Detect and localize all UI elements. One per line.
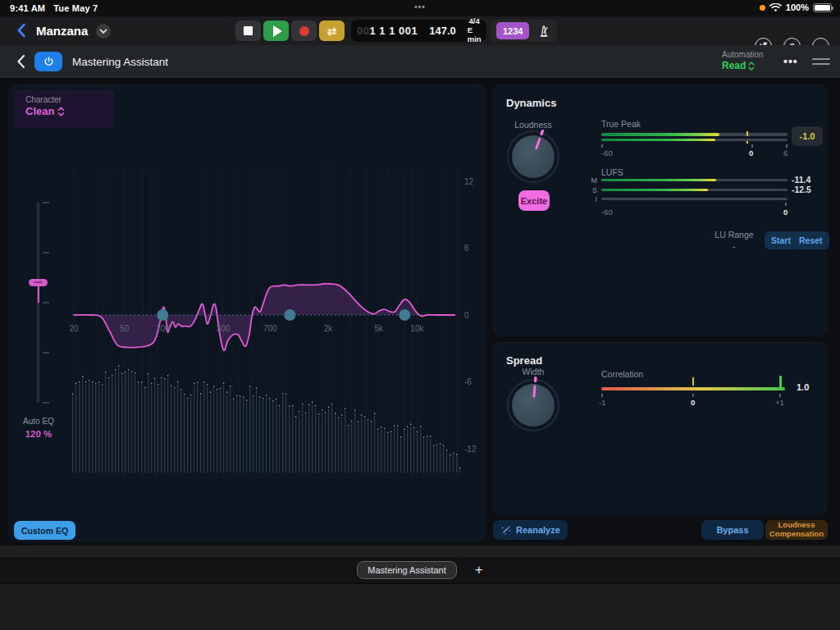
auto-eq-slider-track[interactable]: [37, 202, 39, 403]
lu-range-value: -: [701, 241, 767, 251]
character-label: Character: [25, 95, 115, 104]
lufs-s-value: -12.5: [792, 185, 811, 194]
stop-button[interactable]: [235, 21, 261, 41]
svg-text:700: 700: [263, 324, 277, 333]
svg-text:300: 300: [217, 324, 231, 333]
bypass-button[interactable]: Bypass: [701, 520, 764, 540]
spread-title: Spread: [506, 354, 542, 367]
lufs-scale-zero: 0: [783, 208, 788, 217]
custom-eq-button[interactable]: Custom EQ: [14, 521, 75, 540]
slider-tick: [43, 202, 49, 203]
automation-label: Automation: [722, 50, 764, 59]
chevron-down-icon: [99, 29, 107, 34]
plugin-tab-bar: Mastering Assistant +: [0, 557, 840, 583]
lu-range-reset-button[interactable]: Reset: [792, 231, 829, 249]
lu-range-readout: LU Range -: [701, 230, 767, 251]
automation-selector[interactable]: Automation Read: [722, 50, 764, 71]
power-icon: [43, 56, 55, 68]
lcd-display[interactable]: 001 1 1 001 147.0 4/4E min: [351, 20, 486, 42]
reanalyze-label: Reanalyze: [516, 525, 560, 535]
magic-wand-icon: [500, 524, 512, 536]
character-selector[interactable]: Character Clean: [14, 89, 115, 128]
plugin-title: Mastering Assistant: [72, 56, 168, 68]
lufs-i-label: I: [587, 195, 597, 203]
location-indicator-icon: [760, 5, 765, 11]
plugin-header: Mastering Assistant Automation Read •••: [0, 45, 840, 78]
plugin-back-chevron-icon[interactable]: [13, 52, 30, 71]
tempo-display: 147.0: [423, 20, 462, 42]
loudness-knob[interactable]: [503, 126, 564, 187]
plugin-more-button[interactable]: •••: [783, 55, 798, 68]
automation-value: Read: [722, 60, 746, 71]
svg-text:100: 100: [156, 324, 170, 333]
main-toolbar: Manzana ⇄ 001 1 1 001 147.0 4/4E min 123…: [0, 16, 840, 45]
lufs-m-label: M: [587, 176, 597, 185]
multitask-dots: •••: [0, 2, 840, 11]
slider-tick: [43, 402, 49, 404]
project-menu-button[interactable]: [96, 24, 111, 39]
slider-tick: [43, 252, 49, 253]
playhead-position: 001 1 1 001: [351, 20, 423, 42]
bottom-toolbar: ♪: [0, 583, 840, 630]
battery-percent: 100%: [786, 2, 809, 12]
lufs-s-label: S: [587, 186, 597, 194]
plugin-power-button[interactable]: [34, 52, 62, 71]
svg-text:-12: -12: [464, 445, 477, 454]
eq-frequency-chart[interactable]: 20501003007002k5k10k1260-6-12: [8, 85, 486, 543]
metronome-icon[interactable]: [536, 24, 551, 39]
lufs-m-meter: [601, 179, 788, 181]
correlation-value: 1.0: [797, 382, 809, 392]
svg-text:-6: -6: [464, 377, 472, 386]
reanalyze-button[interactable]: Reanalyze: [493, 520, 568, 540]
auto-eq-slider-handle[interactable]: [29, 279, 48, 286]
add-plugin-button[interactable]: +: [475, 562, 483, 578]
width-knob[interactable]: [503, 375, 564, 436]
loudness-compensation-button[interactable]: Loudness Compensation: [765, 520, 828, 540]
tab-mastering-assistant[interactable]: Mastering Assistant: [357, 561, 456, 579]
eq-panel: 20501003007002k5k10k1260-6-12 Character …: [8, 84, 486, 542]
corr-scale-max: +1: [775, 398, 784, 407]
dynamics-panel: Dynamics Loudness Excite True Peak: [492, 84, 828, 336]
true-peak-hold-marker: [746, 131, 748, 144]
dynamics-title: Dynamics: [506, 97, 556, 109]
back-chevron-icon[interactable]: [13, 21, 31, 39]
updown-chevrons-icon: [57, 107, 65, 116]
lufs-scale-min: -60: [601, 208, 613, 217]
spread-panel: Spread Width Correlation -1 0 +1 1.0: [492, 342, 828, 515]
correlation-label: Correlation: [601, 369, 643, 379]
play-button[interactable]: [263, 21, 289, 41]
play-icon: [273, 25, 282, 37]
svg-text:20: 20: [69, 324, 79, 333]
stop-icon: [244, 26, 253, 35]
cycle-icon: ⇄: [327, 25, 337, 37]
svg-text:10k: 10k: [410, 324, 424, 333]
corr-scale-min: -1: [599, 398, 605, 407]
true-peak-value: -1.0: [792, 126, 823, 146]
lufs-label: LUFS: [601, 167, 623, 177]
record-icon: [299, 26, 309, 36]
auto-eq-label: Auto EQ: [8, 417, 69, 426]
slider-tick: [43, 302, 49, 304]
plugin-window-handle-icon[interactable]: [812, 58, 830, 68]
cycle-button[interactable]: ⇄: [319, 21, 345, 41]
record-button[interactable]: [291, 21, 317, 41]
project-name[interactable]: Manzana: [36, 24, 88, 38]
lufs-s-meter: [601, 189, 788, 191]
svg-text:50: 50: [120, 324, 130, 333]
correlation-value-marker: [779, 376, 782, 390]
count-in-button[interactable]: 1234: [496, 22, 529, 39]
true-peak-label: True Peak: [601, 119, 641, 129]
character-value: Clean: [25, 105, 54, 117]
lufs-m-value: -11.4: [792, 175, 810, 185]
mastering-assistant-view: 20501003007002k5k10k1260-6-12 Character …: [0, 78, 840, 546]
svg-text:5k: 5k: [374, 324, 384, 333]
tp-scale-min: -60: [601, 148, 613, 158]
excite-button[interactable]: Excite: [518, 190, 550, 211]
tp-scale-zero: 0: [749, 148, 753, 158]
tp-scale-max: 6: [783, 148, 788, 158]
true-peak-meter-top: [601, 133, 788, 136]
svg-text:6: 6: [464, 244, 469, 253]
status-bar: 9:41 AMTue May 7 ••• 100%: [0, 0, 840, 16]
svg-text:2k: 2k: [324, 324, 334, 333]
wifi-icon: [769, 3, 782, 12]
